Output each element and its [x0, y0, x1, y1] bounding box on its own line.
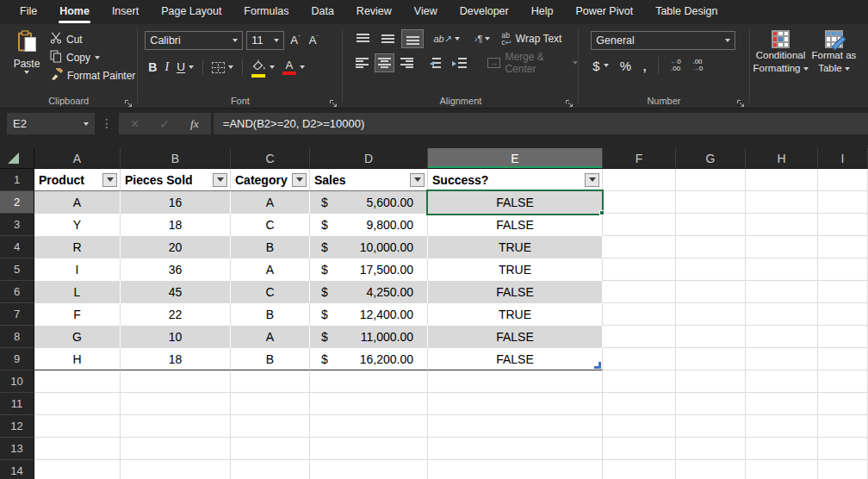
cell-A3[interactable]: Y [34, 214, 121, 236]
cell-G7[interactable] [676, 303, 746, 326]
cell-A4[interactable]: R [34, 236, 121, 258]
cell-A12[interactable] [34, 415, 121, 438]
font-dialog-launcher[interactable] [329, 96, 338, 105]
cell-D13[interactable] [310, 438, 428, 460]
text-direction-button[interactable]: ›¶ [474, 34, 483, 44]
cell-I9[interactable] [818, 348, 868, 370]
filter-button-D[interactable] [410, 173, 425, 187]
cell-C8[interactable]: A [231, 326, 310, 348]
cell-D12[interactable] [310, 415, 428, 438]
format-painter-button[interactable]: Format Painter [50, 66, 135, 84]
cell-G3[interactable] [676, 214, 746, 236]
row-header-1[interactable]: 1 [0, 169, 34, 191]
cell-H11[interactable] [746, 393, 818, 415]
cell-G14[interactable] [676, 460, 746, 479]
column-header-H[interactable]: H [746, 148, 818, 169]
cell-I14[interactable] [818, 460, 868, 479]
cell-I12[interactable] [818, 415, 868, 438]
decrease-indent-button[interactable] [427, 53, 447, 72]
cell-D10[interactable] [310, 370, 428, 393]
tab-table-design[interactable]: Table Design [644, 0, 728, 24]
cell-D8[interactable]: $11,000.00 [310, 326, 428, 348]
align-center-button[interactable] [375, 53, 394, 72]
cell-H5[interactable] [746, 258, 818, 281]
cell-F8[interactable] [603, 326, 676, 348]
cell-D6[interactable]: $4,250.00 [310, 281, 428, 303]
cell-F7[interactable] [603, 303, 676, 326]
row-header-11[interactable]: 11 [0, 393, 34, 415]
cell-G6[interactable] [676, 281, 746, 303]
cell-C14[interactable] [231, 460, 310, 479]
cell-D3[interactable]: $9,800.00 [310, 214, 428, 236]
cell-G1[interactable] [676, 169, 746, 191]
column-header-C[interactable]: C [231, 148, 310, 169]
decrease-decimal-button[interactable]: .00 →0 [692, 59, 703, 73]
tab-view[interactable]: View [403, 0, 449, 24]
cell-I4[interactable] [818, 236, 868, 258]
cell-G13[interactable] [676, 438, 746, 460]
cell-C10[interactable] [231, 370, 310, 393]
cut-button[interactable]: Cut [50, 30, 135, 48]
name-box[interactable]: E2 [7, 113, 95, 134]
wrap-text-button[interactable]: abc↩ Wrap Text [501, 32, 561, 46]
cell-F5[interactable] [603, 258, 676, 281]
cell-B13[interactable] [121, 438, 231, 460]
text-direction-dropdown-icon[interactable] [485, 37, 490, 40]
cell-C6[interactable]: C [231, 281, 310, 303]
cell-A13[interactable] [34, 438, 121, 460]
cell-G2[interactable] [676, 191, 746, 214]
cell-B3[interactable]: 18 [121, 214, 231, 236]
align-left-button[interactable] [351, 53, 371, 72]
cell-A10[interactable] [34, 370, 121, 393]
column-header-A[interactable]: A [34, 148, 121, 169]
cell-I3[interactable] [818, 214, 868, 236]
row-header-3[interactable]: 3 [0, 214, 34, 236]
cell-I8[interactable] [818, 326, 868, 348]
paste-button[interactable]: Paste [7, 30, 46, 84]
cell-F3[interactable] [603, 214, 676, 236]
header-cell-C1[interactable]: Category [231, 169, 310, 191]
column-header-D[interactable]: D [310, 148, 428, 169]
cell-F9[interactable] [603, 348, 676, 370]
fill-color-dropdown-icon[interactable] [270, 65, 275, 69]
font-color-dropdown-icon[interactable] [300, 65, 305, 69]
cell-D7[interactable]: $12,400.00 [310, 303, 428, 326]
cell-E5[interactable]: TRUE [428, 258, 603, 281]
fill-handle[interactable] [599, 210, 604, 215]
cell-B10[interactable] [121, 370, 231, 393]
filter-button-C[interactable] [292, 173, 307, 187]
formula-bar-options-icon[interactable]: ⋮ [95, 113, 119, 134]
row-header-4[interactable]: 4 [0, 236, 34, 258]
filter-button-B[interactable] [213, 173, 227, 187]
increase-decimal-button[interactable]: ←0 .00 [670, 59, 680, 73]
cell-A7[interactable]: F [34, 303, 121, 326]
header-cell-E1[interactable]: Success? [428, 169, 603, 191]
cell-B12[interactable] [121, 415, 231, 438]
column-header-G[interactable]: G [676, 148, 746, 169]
cell-C3[interactable]: C [231, 214, 310, 236]
cell-B6[interactable]: 45 [121, 281, 231, 303]
cell-H6[interactable] [746, 281, 818, 303]
cell-G4[interactable] [676, 236, 746, 258]
table-resize-handle[interactable] [594, 362, 601, 369]
cell-I5[interactable] [818, 258, 868, 281]
cell-F4[interactable] [603, 236, 676, 258]
cell-I1[interactable] [818, 169, 868, 191]
row-header-5[interactable]: 5 [0, 258, 34, 281]
cell-B9[interactable]: 18 [121, 348, 231, 370]
select-all-button[interactable] [0, 148, 34, 169]
increase-indent-button[interactable] [450, 53, 469, 72]
cell-A2[interactable]: A [34, 191, 121, 214]
cell-E4[interactable]: TRUE [428, 236, 603, 258]
cell-A8[interactable]: G [34, 326, 121, 348]
align-right-button[interactable] [397, 53, 417, 72]
fill-color-button[interactable] [251, 58, 266, 78]
cell-E6[interactable]: FALSE [428, 281, 603, 303]
cell-B4[interactable]: 20 [121, 236, 231, 258]
cell-F11[interactable] [603, 393, 676, 415]
cell-A11[interactable] [34, 393, 121, 415]
cell-F2[interactable] [603, 191, 676, 214]
cell-C13[interactable] [231, 438, 310, 460]
cell-B7[interactable]: 22 [121, 303, 231, 326]
cell-I6[interactable] [818, 281, 868, 303]
